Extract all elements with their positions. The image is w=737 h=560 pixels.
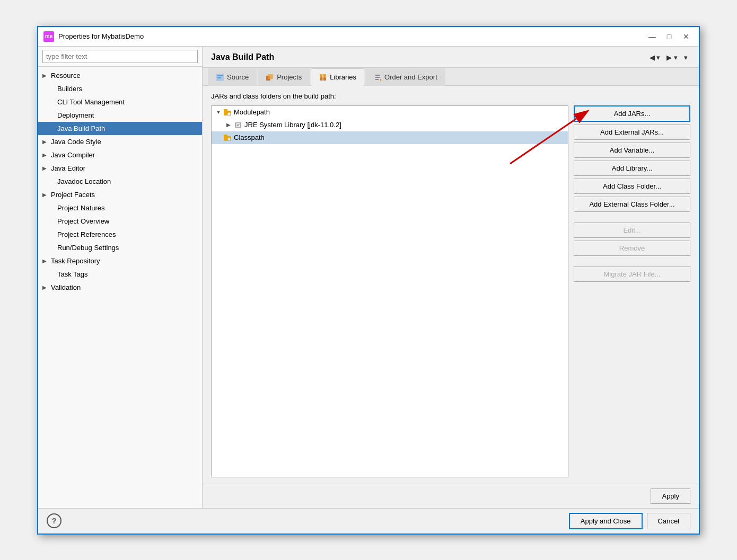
projects-icon (266, 73, 274, 82)
tree-item-classpath[interactable]: Classpath (212, 131, 568, 144)
svg-rect-4 (268, 74, 273, 79)
svg-rect-18 (236, 124, 240, 125)
content-header: Java Build Path ◀ ▾ ▶ ▾ ▾ (203, 47, 699, 68)
modulepath-icon (223, 108, 232, 117)
sidebar-item-label: Project Overview (57, 217, 109, 225)
order-icon (373, 73, 382, 82)
modulepath-label: Modulepath (234, 108, 270, 116)
add-external-class-folder-button[interactable]: Add External Class Folder... (574, 197, 690, 212)
tabs-bar: Source Projects (203, 68, 699, 86)
sidebar-item-java-build-path[interactable]: Java Build Path (38, 122, 202, 135)
sidebar-item-run-debug[interactable]: Run/Debug Settings (38, 241, 202, 254)
apply-button[interactable]: Apply (651, 488, 690, 504)
add-class-folder-button[interactable]: Add Class Folder... (574, 179, 690, 194)
sidebar-item-project-facets[interactable]: ▶ Project Facets (38, 188, 202, 201)
add-variable-button[interactable]: Add Variable... (574, 143, 690, 158)
nav-forward-button[interactable]: ▶ ▾ (664, 52, 680, 63)
sidebar-item-deployment[interactable]: Deployment (38, 109, 202, 122)
source-icon (216, 73, 224, 82)
sidebar-item-label: Java Compiler (51, 151, 95, 159)
sidebar-item-cli-tool[interactable]: CLI Tool Management (38, 95, 202, 109)
minimize-button[interactable]: — (645, 30, 660, 43)
dialog-title: Properties for MybatisDemo (58, 32, 645, 40)
sidebar-item-javadoc-location[interactable]: Javadoc Location (38, 175, 202, 188)
spacer (574, 215, 690, 220)
sidebar-item-label: Project Natures (57, 204, 105, 212)
right-panel: Java Build Path ◀ ▾ ▶ ▾ ▾ (203, 47, 699, 508)
close-button[interactable]: ✕ (679, 30, 694, 43)
expand-arrow: ▶ (42, 192, 49, 198)
add-external-jars-button[interactable]: Add External JARs... (574, 125, 690, 140)
jre-icon (234, 121, 242, 129)
sidebar: ▶ Resource Builders CLI Tool Management … (38, 47, 203, 508)
svg-rect-1 (217, 75, 223, 76)
sidebar-item-project-overview[interactable]: Project Overview (38, 215, 202, 228)
sidebar-item-label: Javadoc Location (57, 177, 111, 185)
sidebar-item-resource[interactable]: ▶ Resource (38, 69, 202, 82)
classpath-icon (223, 134, 232, 142)
tab-source-label: Source (227, 73, 249, 81)
sidebar-item-label: Run/Debug Settings (57, 244, 119, 252)
tab-order-export[interactable]: Order and Export (365, 68, 445, 86)
sidebar-item-label: Java Code Style (51, 138, 101, 146)
tree-panel: ▼ Modulepath (211, 105, 568, 477)
content-title: Java Build Path (211, 52, 274, 62)
title-bar: me Properties for MybatisDemo — □ ✕ (38, 27, 699, 47)
tab-projects[interactable]: Projects (258, 68, 310, 86)
sidebar-item-java-compiler[interactable]: ▶ Java Compiler (38, 148, 202, 162)
sidebar-item-label: Java Build Path (57, 125, 105, 132)
expand-arrow: ▶ (42, 285, 49, 290)
buttons-area: Add JARs... Add External JARs... Add Var… (574, 105, 690, 477)
tree-item-jre[interactable]: ▶ JRE System Library [jdk-11.0.2] (222, 119, 568, 131)
sidebar-item-task-tags[interactable]: Task Tags (38, 268, 202, 281)
remove-button[interactable]: Remove (574, 241, 690, 256)
sidebar-list: ▶ Resource Builders CLI Tool Management … (38, 67, 202, 508)
sidebar-item-java-editor[interactable]: ▶ Java Editor (38, 162, 202, 175)
apply-close-button[interactable]: Apply and Close (569, 513, 643, 529)
add-library-button[interactable]: Add Library... (574, 161, 690, 176)
main-dialog: me Properties for MybatisDemo — □ ✕ ▶ Re… (37, 26, 700, 535)
nav-buttons: ◀ ▾ ▶ ▾ ▾ (647, 52, 690, 63)
sidebar-item-label: CLI Tool Management (57, 98, 125, 106)
sidebar-item-label: Builders (57, 85, 82, 93)
svg-rect-13 (224, 109, 227, 112)
nav-back-button[interactable]: ◀ ▾ (647, 52, 663, 63)
sidebar-item-project-references[interactable]: Project References (38, 228, 202, 241)
expand-arrow: ▶ (42, 152, 49, 158)
add-jars-button[interactable]: Add JARs... (574, 105, 690, 122)
app-logo: me (43, 31, 54, 42)
window-controls: — □ ✕ (645, 30, 694, 43)
tab-source[interactable]: Source (208, 68, 257, 86)
cancel-button[interactable]: Cancel (647, 513, 690, 529)
sidebar-item-label: Validation (51, 283, 81, 291)
sidebar-item-task-repository[interactable]: ▶ Task Repository (38, 254, 202, 268)
expand-arrow: ▶ (42, 165, 49, 171)
sidebar-item-project-natures[interactable]: Project Natures (38, 201, 202, 215)
maximize-button[interactable]: □ (662, 30, 677, 43)
edit-button[interactable]: Edit... (574, 223, 690, 238)
sidebar-item-builders[interactable]: Builders (38, 82, 202, 95)
tab-libraries[interactable]: Libraries (311, 68, 364, 86)
svg-rect-2 (217, 77, 221, 78)
help-button[interactable]: ? (47, 513, 62, 528)
sidebar-item-validation[interactable]: ▶ Validation (38, 281, 202, 294)
svg-marker-11 (380, 78, 382, 82)
svg-rect-19 (236, 125, 239, 126)
migrate-jar-button[interactable]: Migrate JAR File... (574, 266, 690, 282)
sidebar-item-label: Project Facets (51, 191, 95, 199)
main-content: ▶ Resource Builders CLI Tool Management … (38, 47, 699, 508)
buttons-panel: Add JARs... Add External JARs... Add Var… (574, 105, 690, 282)
tree-item-modulepath[interactable]: ▼ Modulepath (212, 106, 568, 119)
filter-input[interactable] (42, 50, 198, 63)
tab-projects-label: Projects (277, 73, 302, 81)
sidebar-item-java-code-style[interactable]: ▶ Java Code Style (38, 135, 202, 148)
nav-dropdown-button[interactable]: ▾ (681, 52, 690, 63)
expand-arrow: ▶ (42, 73, 49, 78)
tree-expand-icon: ▼ (216, 109, 223, 115)
build-path-content: JARs and class folders on the build path… (203, 86, 699, 484)
spacer2 (574, 259, 690, 264)
tab-order-export-label: Order and Export (384, 73, 437, 81)
svg-rect-21 (224, 135, 227, 137)
tab-libraries-label: Libraries (330, 73, 356, 81)
expand-arrow: ▶ (42, 258, 49, 264)
